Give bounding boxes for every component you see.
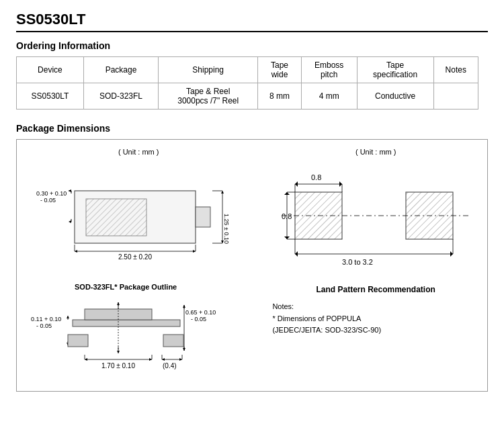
ordering-section-title: Ordering Information — [16, 40, 488, 51]
cell-tape-wide: 8 mm — [258, 83, 301, 110]
svg-marker-20 — [75, 250, 77, 253]
col-emboss-pitch: Embosspitch — [301, 57, 357, 83]
svg-text:0.30 + 0.10: 0.30 + 0.10 — [36, 190, 67, 197]
col-notes: Notes — [433, 57, 478, 83]
svg-marker-65 — [295, 181, 298, 187]
svg-marker-78 — [450, 251, 453, 257]
cell-shipping: Tape & Reel3000pcs /7" Reel — [159, 83, 258, 110]
col-tape-wide: Tapewide — [258, 57, 301, 83]
svg-rect-33 — [163, 335, 183, 347]
svg-text:- 0.05: - 0.05 — [191, 316, 206, 322]
svg-marker-66 — [339, 181, 342, 187]
svg-marker-77 — [295, 251, 298, 257]
package-outline-svg: 0.30 + 0.10 - 0.05 — [31, 159, 246, 293]
svg-marker-72 — [284, 236, 290, 239]
land-pattern-container: ( Unit : mm ) — [272, 148, 479, 337]
svg-marker-71 — [284, 192, 290, 195]
svg-text:SOD-323FL* Package Outline: SOD-323FL* Package Outline — [75, 283, 177, 291]
col-package: Package — [83, 57, 158, 83]
svg-marker-21 — [193, 250, 196, 253]
svg-marker-50 — [162, 358, 165, 361]
svg-marker-14 — [221, 191, 224, 193]
notes-line-2: (JEDEC/JEITA: SOD-323/SC-90) — [272, 324, 479, 337]
cell-tape-spec: Conductive — [357, 83, 433, 110]
svg-marker-6 — [69, 220, 71, 223]
pkg-section-title: Package Dimensions — [16, 123, 488, 134]
svg-text:1.25 ± 0.10: 1.25 ± 0.10 — [223, 214, 230, 244]
svg-rect-10 — [196, 207, 210, 227]
table-row: SS0530LT SOD-323FL Tape & Reel3000pcs /7… — [17, 83, 478, 110]
cell-package: SOD-323FL — [83, 83, 158, 110]
svg-text:1.70 ± 0.10: 1.70 ± 0.10 — [101, 362, 135, 370]
svg-text:3.0 to 3.2: 3.0 to 3.2 — [342, 258, 373, 266]
svg-text:0.8: 0.8 — [282, 212, 292, 220]
svg-marker-51 — [179, 358, 182, 361]
cell-emboss-pitch: 4 mm — [301, 83, 357, 110]
svg-text:2.50 ± 0.20: 2.50 ± 0.20 — [118, 253, 152, 261]
notes-line-1: * Dimensions of POPPULA — [272, 313, 479, 325]
pkg-outline-container: ( Unit : mm ) 0.30 + 0.10 - 0.05 — [25, 148, 252, 383]
col-tape-spec: Tapespecification — [357, 57, 433, 83]
svg-marker-4 — [69, 189, 71, 192]
land-pattern-title: Land Pattern Recommendation — [272, 285, 479, 294]
ordering-table: Device Package Shipping Tapewide Embossp… — [16, 56, 478, 110]
svg-text:- 0.05: - 0.05 — [36, 322, 52, 329]
svg-marker-45 — [149, 358, 152, 361]
cell-device: SS0530LT — [17, 83, 84, 110]
svg-rect-30 — [73, 320, 180, 327]
svg-text:0.11 + 0.10: 0.11 + 0.10 — [31, 316, 61, 322]
land-pattern-svg: 0.8 0.8 3.0 to 3.2 — [282, 159, 470, 279]
svg-marker-27 — [67, 316, 69, 318]
notes-block: Notes: * Dimensions of POPPULA (JEDEC/JE… — [272, 301, 479, 337]
svg-text:0.65 + 0.10: 0.65 + 0.10 — [185, 309, 216, 316]
notes-title: Notes: — [272, 301, 479, 313]
svg-rect-32 — [68, 335, 88, 347]
svg-marker-44 — [85, 358, 87, 361]
page-title: SS0530LT — [16, 11, 488, 32]
package-profile-svg: 0.11 + 0.10 - 0.05 0.65 + 0.10 - 0.05 — [31, 296, 246, 383]
cell-notes — [433, 83, 478, 110]
svg-rect-8 — [86, 199, 146, 236]
package-dimensions-section: ( Unit : mm ) 0.30 + 0.10 - 0.05 — [16, 139, 488, 392]
svg-text:(0.4): (0.4) — [163, 362, 177, 370]
unit-label-left: ( Unit : mm ) — [25, 148, 252, 156]
svg-text:- 0.05: - 0.05 — [40, 197, 56, 204]
unit-label-right: ( Unit : mm ) — [272, 148, 479, 156]
col-shipping: Shipping — [159, 57, 258, 83]
svg-text:0.8: 0.8 — [311, 173, 321, 181]
col-device: Device — [17, 57, 84, 83]
